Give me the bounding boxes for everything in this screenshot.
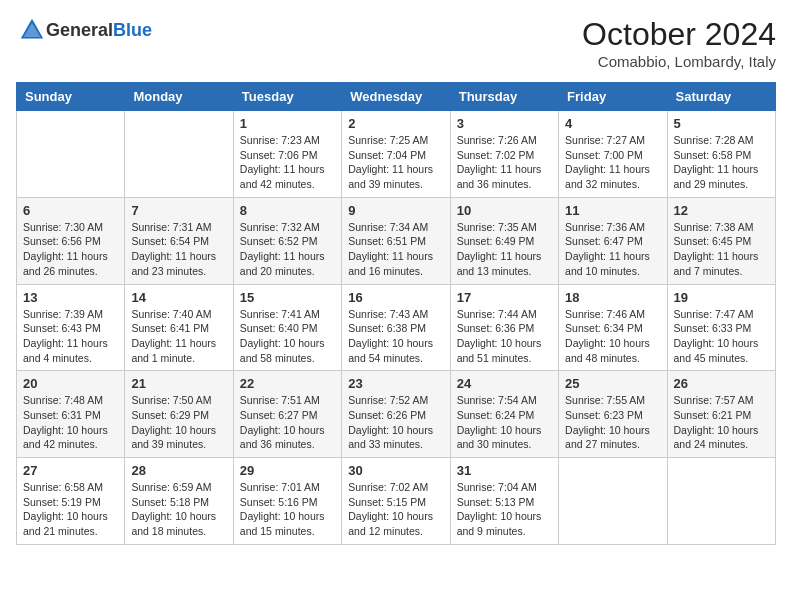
calendar-cell: 11Sunrise: 7:36 AM Sunset: 6:47 PM Dayli… <box>559 197 667 284</box>
cell-content: Sunrise: 7:38 AM Sunset: 6:45 PM Dayligh… <box>674 220 769 279</box>
cell-content: Sunrise: 7:39 AM Sunset: 6:43 PM Dayligh… <box>23 307 118 366</box>
col-header-wednesday: Wednesday <box>342 83 450 111</box>
calendar-cell: 30Sunrise: 7:02 AM Sunset: 5:15 PM Dayli… <box>342 458 450 545</box>
calendar-cell: 6Sunrise: 7:30 AM Sunset: 6:56 PM Daylig… <box>17 197 125 284</box>
cell-content: Sunrise: 7:30 AM Sunset: 6:56 PM Dayligh… <box>23 220 118 279</box>
calendar-cell: 3Sunrise: 7:26 AM Sunset: 7:02 PM Daylig… <box>450 111 558 198</box>
cell-content: Sunrise: 7:27 AM Sunset: 7:00 PM Dayligh… <box>565 133 660 192</box>
day-number: 29 <box>240 463 335 478</box>
calendar-cell: 20Sunrise: 7:48 AM Sunset: 6:31 PM Dayli… <box>17 371 125 458</box>
day-number: 14 <box>131 290 226 305</box>
day-number: 12 <box>674 203 769 218</box>
col-header-tuesday: Tuesday <box>233 83 341 111</box>
logo-general-text: General <box>46 20 113 40</box>
cell-content: Sunrise: 7:54 AM Sunset: 6:24 PM Dayligh… <box>457 393 552 452</box>
day-number: 17 <box>457 290 552 305</box>
cell-content: Sunrise: 7:46 AM Sunset: 6:34 PM Dayligh… <box>565 307 660 366</box>
cell-content: Sunrise: 7:34 AM Sunset: 6:51 PM Dayligh… <box>348 220 443 279</box>
cell-content: Sunrise: 7:48 AM Sunset: 6:31 PM Dayligh… <box>23 393 118 452</box>
cell-content: Sunrise: 7:36 AM Sunset: 6:47 PM Dayligh… <box>565 220 660 279</box>
cell-content: Sunrise: 7:28 AM Sunset: 6:58 PM Dayligh… <box>674 133 769 192</box>
cell-content: Sunrise: 7:44 AM Sunset: 6:36 PM Dayligh… <box>457 307 552 366</box>
day-number: 3 <box>457 116 552 131</box>
day-number: 26 <box>674 376 769 391</box>
calendar-cell: 9Sunrise: 7:34 AM Sunset: 6:51 PM Daylig… <box>342 197 450 284</box>
calendar-cell: 5Sunrise: 7:28 AM Sunset: 6:58 PM Daylig… <box>667 111 775 198</box>
title-block: October 2024 Comabbio, Lombardy, Italy <box>582 16 776 70</box>
day-number: 15 <box>240 290 335 305</box>
logo-blue-text: Blue <box>113 20 152 40</box>
calendar-header-row: SundayMondayTuesdayWednesdayThursdayFrid… <box>17 83 776 111</box>
calendar-cell: 1Sunrise: 7:23 AM Sunset: 7:06 PM Daylig… <box>233 111 341 198</box>
day-number: 8 <box>240 203 335 218</box>
logo-icon <box>18 16 46 44</box>
day-number: 24 <box>457 376 552 391</box>
day-number: 23 <box>348 376 443 391</box>
logo: GeneralBlue <box>16 16 152 44</box>
day-number: 27 <box>23 463 118 478</box>
day-number: 1 <box>240 116 335 131</box>
cell-content: Sunrise: 7:47 AM Sunset: 6:33 PM Dayligh… <box>674 307 769 366</box>
col-header-monday: Monday <box>125 83 233 111</box>
day-number: 4 <box>565 116 660 131</box>
calendar-cell: 26Sunrise: 7:57 AM Sunset: 6:21 PM Dayli… <box>667 371 775 458</box>
day-number: 5 <box>674 116 769 131</box>
day-number: 2 <box>348 116 443 131</box>
calendar-cell: 12Sunrise: 7:38 AM Sunset: 6:45 PM Dayli… <box>667 197 775 284</box>
cell-content: Sunrise: 7:31 AM Sunset: 6:54 PM Dayligh… <box>131 220 226 279</box>
calendar-table: SundayMondayTuesdayWednesdayThursdayFrid… <box>16 82 776 545</box>
day-number: 10 <box>457 203 552 218</box>
day-number: 19 <box>674 290 769 305</box>
month-year: October 2024 <box>582 16 776 53</box>
day-number: 7 <box>131 203 226 218</box>
calendar-cell: 23Sunrise: 7:52 AM Sunset: 6:26 PM Dayli… <box>342 371 450 458</box>
calendar-cell: 8Sunrise: 7:32 AM Sunset: 6:52 PM Daylig… <box>233 197 341 284</box>
calendar-cell: 25Sunrise: 7:55 AM Sunset: 6:23 PM Dayli… <box>559 371 667 458</box>
day-number: 30 <box>348 463 443 478</box>
calendar-cell: 27Sunrise: 6:58 AM Sunset: 5:19 PM Dayli… <box>17 458 125 545</box>
day-number: 6 <box>23 203 118 218</box>
cell-content: Sunrise: 7:50 AM Sunset: 6:29 PM Dayligh… <box>131 393 226 452</box>
day-number: 31 <box>457 463 552 478</box>
day-number: 13 <box>23 290 118 305</box>
day-number: 16 <box>348 290 443 305</box>
calendar-cell: 15Sunrise: 7:41 AM Sunset: 6:40 PM Dayli… <box>233 284 341 371</box>
cell-content: Sunrise: 7:26 AM Sunset: 7:02 PM Dayligh… <box>457 133 552 192</box>
calendar-week-3: 13Sunrise: 7:39 AM Sunset: 6:43 PM Dayli… <box>17 284 776 371</box>
cell-content: Sunrise: 7:01 AM Sunset: 5:16 PM Dayligh… <box>240 480 335 539</box>
cell-content: Sunrise: 7:55 AM Sunset: 6:23 PM Dayligh… <box>565 393 660 452</box>
day-number: 21 <box>131 376 226 391</box>
cell-content: Sunrise: 7:23 AM Sunset: 7:06 PM Dayligh… <box>240 133 335 192</box>
page-header: GeneralBlue October 2024 Comabbio, Lomba… <box>16 16 776 70</box>
day-number: 25 <box>565 376 660 391</box>
cell-content: Sunrise: 6:59 AM Sunset: 5:18 PM Dayligh… <box>131 480 226 539</box>
calendar-week-1: 1Sunrise: 7:23 AM Sunset: 7:06 PM Daylig… <box>17 111 776 198</box>
cell-content: Sunrise: 7:02 AM Sunset: 5:15 PM Dayligh… <box>348 480 443 539</box>
calendar-cell: 31Sunrise: 7:04 AM Sunset: 5:13 PM Dayli… <box>450 458 558 545</box>
cell-content: Sunrise: 6:58 AM Sunset: 5:19 PM Dayligh… <box>23 480 118 539</box>
cell-content: Sunrise: 7:04 AM Sunset: 5:13 PM Dayligh… <box>457 480 552 539</box>
calendar-cell: 10Sunrise: 7:35 AM Sunset: 6:49 PM Dayli… <box>450 197 558 284</box>
cell-content: Sunrise: 7:32 AM Sunset: 6:52 PM Dayligh… <box>240 220 335 279</box>
calendar-cell <box>667 458 775 545</box>
day-number: 9 <box>348 203 443 218</box>
col-header-sunday: Sunday <box>17 83 125 111</box>
day-number: 20 <box>23 376 118 391</box>
calendar-week-5: 27Sunrise: 6:58 AM Sunset: 5:19 PM Dayli… <box>17 458 776 545</box>
calendar-cell <box>17 111 125 198</box>
cell-content: Sunrise: 7:52 AM Sunset: 6:26 PM Dayligh… <box>348 393 443 452</box>
calendar-cell: 16Sunrise: 7:43 AM Sunset: 6:38 PM Dayli… <box>342 284 450 371</box>
cell-content: Sunrise: 7:43 AM Sunset: 6:38 PM Dayligh… <box>348 307 443 366</box>
location: Comabbio, Lombardy, Italy <box>582 53 776 70</box>
calendar-cell: 29Sunrise: 7:01 AM Sunset: 5:16 PM Dayli… <box>233 458 341 545</box>
calendar-cell <box>125 111 233 198</box>
col-header-friday: Friday <box>559 83 667 111</box>
calendar-cell: 13Sunrise: 7:39 AM Sunset: 6:43 PM Dayli… <box>17 284 125 371</box>
cell-content: Sunrise: 7:41 AM Sunset: 6:40 PM Dayligh… <box>240 307 335 366</box>
calendar-cell: 28Sunrise: 6:59 AM Sunset: 5:18 PM Dayli… <box>125 458 233 545</box>
day-number: 28 <box>131 463 226 478</box>
calendar-week-4: 20Sunrise: 7:48 AM Sunset: 6:31 PM Dayli… <box>17 371 776 458</box>
calendar-cell: 18Sunrise: 7:46 AM Sunset: 6:34 PM Dayli… <box>559 284 667 371</box>
day-number: 22 <box>240 376 335 391</box>
calendar-week-2: 6Sunrise: 7:30 AM Sunset: 6:56 PM Daylig… <box>17 197 776 284</box>
